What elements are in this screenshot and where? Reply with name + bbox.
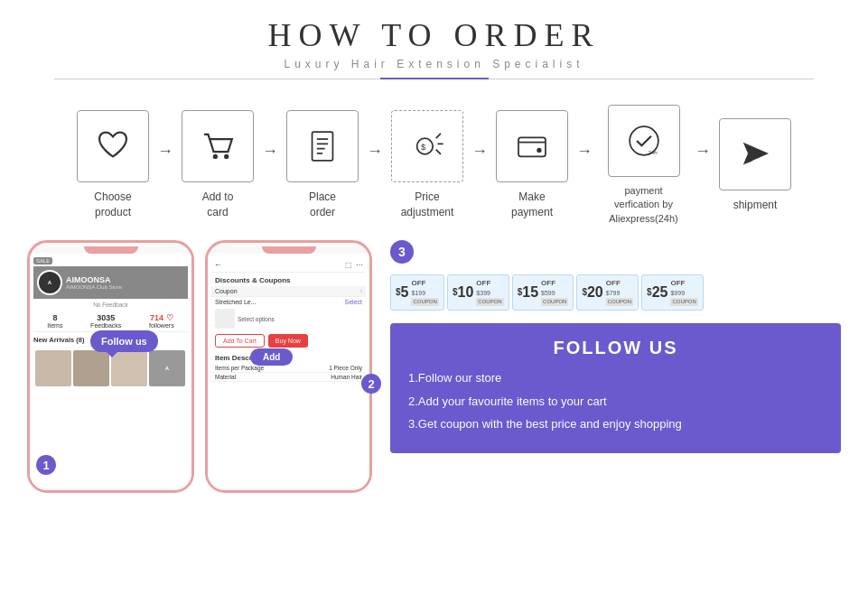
right-section: 3 $5 OFF $199 COUPON $10 OFF $399 COUPON (390, 240, 841, 453)
phone2-nav-row: ← ⬚ ⋯ (211, 257, 366, 273)
svg-point-0 (213, 154, 218, 159)
phone1-followers-label: followers (149, 322, 174, 329)
phone1-items-count: 8 (47, 313, 62, 322)
svg-point-1 (224, 154, 229, 159)
coupon-10: $10 OFF $399 COUPON (447, 274, 509, 311)
coupon-25: $25 OFF $999 COUPON (641, 274, 704, 311)
arrow-5: → (576, 142, 593, 161)
step-payment-verification-label: paymentverfication byAliexpress(24h) (609, 184, 677, 226)
step-make-payment: Makepayment (491, 110, 573, 220)
svg-text:$: $ (421, 142, 426, 152)
phone2-screen: ← ⬚ ⋯ Discounts & Coupons Coupon › Stret… (208, 254, 369, 488)
coupon-15: $15 OFF $599 COUPON (512, 274, 574, 311)
svg-line-9 (436, 134, 441, 138)
step-place-order: Placeorder (282, 110, 363, 220)
svg-rect-2 (313, 132, 333, 161)
badge-1: 1 (36, 455, 56, 475)
phone1-product-4: A (149, 350, 185, 386)
coupon-10-amount: $10 (453, 284, 473, 301)
step-make-payment-icon-box (496, 110, 568, 182)
coupon-20-details: OFF $799 COUPON (606, 279, 633, 306)
arrow-2: → (262, 142, 278, 161)
svg-point-13 (537, 148, 541, 153)
phone2-product-info: Select options (238, 316, 275, 322)
coupon-15-amount: $15 (518, 284, 538, 301)
step-choose-product-label: Chooseproduct (94, 190, 131, 220)
phone1-followers-count: 714 ♡ (149, 313, 174, 322)
step3-badge: 3 (390, 240, 414, 264)
phone1-product-2 (73, 350, 109, 386)
phone1-feedbacks-label: Feedbacks (90, 322, 121, 329)
step-choose-product-icon-box (77, 110, 149, 182)
arrow-4: → (471, 142, 488, 161)
phone2-add-to-cart-button[interactable]: Add To Cart (215, 334, 265, 348)
coupon-10-details: OFF $399 COUPON (476, 279, 503, 306)
step-place-order-icon-box (286, 110, 359, 182)
coupon-strip: $5 OFF $199 COUPON $10 OFF $399 COUPON $… (390, 274, 841, 311)
step-add-to-card-label: Add tocard (202, 190, 234, 220)
step-price-adjustment: $ Priceadjustment (387, 110, 468, 220)
phone1-sale-tag: SALE (33, 257, 52, 265)
step-add-to-card-icon-box (182, 110, 254, 182)
phone2-coupon-row: Coupon › (211, 286, 366, 297)
follow-info-item-2: 2.Add your favourite items to your cart (408, 393, 823, 411)
price-icon: $ (407, 126, 447, 166)
step-price-adjustment-icon-box: $ (391, 110, 463, 182)
coupon-25-details: OFF $999 COUPON (670, 279, 697, 306)
phone1-club-store: AIMOONSA Club Store (66, 284, 122, 290)
coupon-5-amount: $5 (396, 284, 408, 301)
phone1-screen: SALE A AIMOONSA AIMOONSA Club Store (30, 254, 191, 488)
step-add-to-card: Add tocard (177, 110, 258, 220)
document-icon (303, 126, 342, 166)
phone1-stats: 8 Items 3035 Feedbacks 714 ♡ followers (33, 311, 188, 332)
phone2-add-bubble: Add (250, 348, 293, 366)
phone2-wrapper: ← ⬚ ⋯ Discounts & Coupons Coupon › Stret… (205, 240, 372, 493)
wallet-icon (512, 126, 552, 166)
bottom-section: SALE A AIMOONSA AIMOONSA Club Store (0, 240, 868, 493)
svg-text:24h: 24h (648, 149, 658, 155)
phone1: SALE A AIMOONSA AIMOONSA Club Store (27, 240, 194, 493)
follow-info-item-3: 3.Get coupon with the best price and enj… (408, 415, 823, 433)
header-accent (380, 78, 489, 79)
phone1-items-label: Items (47, 322, 62, 329)
step-shipment-icon-box (719, 118, 791, 190)
phone1-notch (84, 246, 138, 254)
coupon-15-details: OFF $599 COUPON (541, 279, 568, 306)
phone2-desc-row-2: MaterialHuman Hair (211, 373, 366, 382)
page-title: HOW TO ORDER (0, 16, 868, 54)
coupon-5-details: OFF $199 COUPON (411, 279, 438, 306)
coupon-25-amount: $25 (647, 284, 667, 301)
cart-icon (198, 126, 238, 166)
step-shipment-label: shipment (733, 198, 778, 213)
page-header: HOW TO ORDER Luxury Hair Extension Speci… (0, 0, 868, 85)
phone1-wrapper: SALE A AIMOONSA AIMOONSA Club Store (27, 240, 194, 493)
arrow-3: → (367, 142, 383, 161)
arrow-1: → (157, 142, 173, 161)
phone1-product-1 (35, 350, 71, 386)
coupon-5: $5 OFF $199 COUPON (390, 274, 444, 311)
follow-info-title: FOLLOW US (408, 338, 823, 358)
phone2-content: ← ⬚ ⋯ Discounts & Coupons Coupon › Stret… (208, 254, 369, 385)
phone2-product-row: Stretched Le... Select (211, 297, 366, 307)
page-subtitle: Luxury Hair Extension Specialist (0, 58, 868, 70)
phone2-action-btns: Add To Cart Buy Now (211, 330, 366, 351)
coupon-20-amount: $20 (582, 284, 602, 301)
phone2-desc-row-1: Items per Package1 Piece Only (211, 364, 366, 373)
step-payment-verification-icon-box: 24h (608, 105, 680, 177)
phone1-feedback-label: No Feedback (33, 302, 188, 308)
step-choose-product: Chooseproduct (72, 110, 154, 220)
phone1-content: SALE A AIMOONSA AIMOONSA Club Store (30, 254, 191, 394)
step-payment-verification: 24h paymentverfication byAliexpress(24h) (596, 105, 691, 226)
phone2-buy-now-button[interactable]: Buy Now (268, 334, 308, 348)
follow-info-box: FOLLOW US 1.Follow our store 2.Add your … (390, 323, 841, 453)
phone1-store-name: AIMOONSA (66, 275, 122, 284)
step-make-payment-label: Makepayment (511, 190, 553, 220)
steps-row: Chooseproduct → Add tocard → Placeorder (0, 85, 868, 237)
step-price-adjustment-label: Priceadjustment (401, 190, 454, 220)
phone2: ← ⬚ ⋯ Discounts & Coupons Coupon › Stret… (205, 240, 372, 493)
step-shipment: shipment (714, 118, 796, 213)
phone1-feedbacks-count: 3035 (90, 313, 121, 322)
heart-icon (93, 126, 133, 166)
badge-2: 2 (361, 374, 381, 394)
plane-icon (735, 135, 775, 174)
